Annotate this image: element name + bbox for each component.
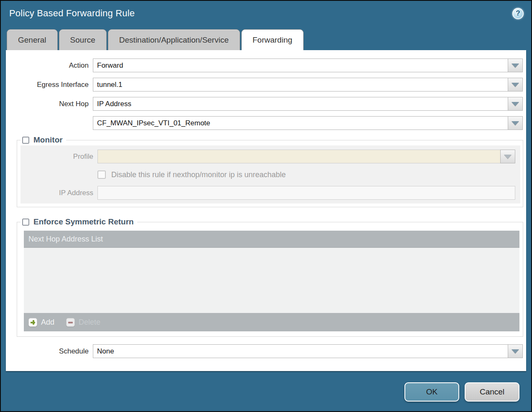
profile-label: Profile [20, 153, 93, 161]
schedule-select[interactable]: None [93, 344, 523, 358]
schedule-label: Schedule [6, 347, 89, 356]
add-button-label: Add [41, 318, 54, 327]
action-value: Forward [97, 61, 123, 70]
dialog-footer: OK Cancel [1, 382, 519, 402]
tab-forwarding[interactable]: Forwarding [241, 29, 304, 50]
enforce-symmetric-return-legend-label: Enforce Symmetric Return [33, 217, 134, 226]
next-hop-address-dropdown-button[interactable] [508, 116, 523, 130]
next-hop-address-select[interactable]: CF_MWAN_IPsec_VTI_01_Remote [93, 116, 523, 130]
minus-icon [66, 318, 75, 327]
monitor-checkbox[interactable] [22, 137, 29, 144]
schedule-value: None [97, 347, 114, 356]
plus-icon [28, 318, 37, 327]
next-hop-address-list-table: Next Hop Address List Add Delete [24, 231, 519, 331]
next-hop-address-value: CF_MWAN_IPsec_VTI_01_Remote [97, 119, 210, 127]
chevron-down-icon [512, 64, 519, 68]
disable-rule-row: Disable this rule if nexthop/monitor ip … [97, 169, 518, 180]
question-mark-glyph: ? [516, 9, 520, 18]
title-bar: Policy Based Forwarding Rule ? [1, 1, 531, 26]
chevron-down-icon [512, 349, 519, 354]
chevron-down-icon [512, 83, 519, 87]
tab-general[interactable]: General [7, 29, 58, 50]
enforce-symmetric-return-legend: Enforce Symmetric Return [20, 217, 137, 226]
next-hop-type-dropdown-button[interactable] [508, 97, 523, 111]
monitor-ip-address-row: IP Address [20, 186, 518, 200]
next-hop-type-select[interactable]: IP Address [93, 97, 523, 111]
ok-button[interactable]: OK [404, 382, 459, 402]
next-hop-address-row: CF_MWAN_IPsec_VTI_01_Remote [6, 116, 526, 130]
delete-button-label: Delete [79, 318, 100, 327]
action-label: Action [6, 61, 89, 70]
next-hop-address-list-header: Next Hop Address List [24, 231, 519, 248]
next-hop-type-value: IP Address [97, 100, 131, 108]
action-dropdown-button[interactable] [508, 58, 523, 72]
monitor-legend-label: Monitor [33, 135, 63, 145]
monitor-legend: Monitor [20, 135, 66, 145]
next-hop-row: Next Hop IP Address [6, 97, 526, 111]
tab-destination-application-service[interactable]: Destination/Application/Service [108, 29, 240, 50]
monitor-section: Monitor Profile Disable this rule if nex… [17, 135, 523, 207]
monitor-ip-address-label: IP Address [20, 189, 93, 197]
profile-select [97, 150, 515, 163]
disable-rule-label: Disable this rule if nexthop/monitor ip … [111, 170, 286, 179]
action-select[interactable]: Forward [93, 58, 523, 72]
cancel-button[interactable]: Cancel [465, 382, 519, 402]
tab-source[interactable]: Source [59, 29, 107, 50]
monitor-panel: Profile Disable this rule if nexthop/mon… [20, 145, 520, 203]
schedule-row: Schedule None [6, 344, 526, 358]
chevron-down-icon [512, 121, 519, 125]
monitor-ip-address-input [97, 186, 515, 200]
enforce-symmetric-return-checkbox[interactable] [22, 219, 29, 226]
pbf-rule-dialog: Policy Based Forwarding Rule ? General S… [0, 0, 532, 412]
egress-interface-select[interactable]: tunnel.1 [93, 78, 523, 92]
egress-interface-value: tunnel.1 [97, 81, 123, 89]
egress-interface-row: Egress Interface tunnel.1 [6, 78, 526, 92]
next-hop-label: Next Hop [6, 100, 89, 108]
action-row: Action Forward [6, 58, 526, 72]
egress-interface-dropdown-button[interactable] [508, 78, 523, 92]
next-hop-address-list-body [24, 248, 519, 313]
tab-bar: General Source Destination/Application/S… [7, 28, 531, 50]
schedule-dropdown-button[interactable] [508, 344, 523, 358]
next-hop-address-list-toolbar: Add Delete [24, 313, 519, 331]
forwarding-tab-panel: Action Forward Egress Interface tunnel.1… [6, 50, 526, 371]
chevron-down-icon [504, 155, 512, 159]
profile-row: Profile [20, 150, 518, 163]
disable-rule-checkbox [97, 170, 106, 179]
egress-interface-label: Egress Interface [6, 81, 89, 89]
delete-button: Delete [66, 318, 100, 327]
help-icon[interactable]: ? [512, 8, 524, 19]
dialog-title: Policy Based Forwarding Rule [9, 8, 135, 19]
add-button[interactable]: Add [28, 318, 54, 327]
profile-dropdown-button [500, 150, 515, 163]
enforce-symmetric-return-section: Enforce Symmetric Return Next Hop Addres… [17, 217, 523, 337]
chevron-down-icon [512, 102, 519, 106]
